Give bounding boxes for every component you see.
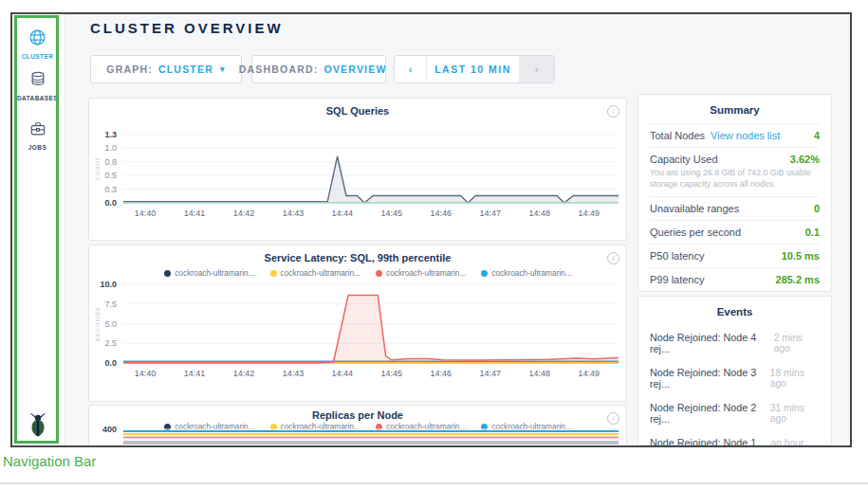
chevron-down-icon: ▾	[220, 64, 226, 74]
briefcase-icon	[28, 119, 47, 138]
cockroach-icon	[26, 411, 50, 438]
screenshot-stage: CLUSTER DATABASES JOB	[0, 0, 868, 490]
page-title: CLUSTER OVERVIEW	[90, 20, 284, 36]
time-range-widget: ‹ LAST 10 MIN ›	[394, 55, 555, 83]
page-divider	[0, 482, 868, 484]
events-panel: Events Node Rejoined: Node 4 rej... 2 mi…	[637, 296, 832, 445]
svg-text:7.5: 7.5	[104, 299, 117, 309]
chart-title: Service Latency: SQL, 99th percentile	[89, 252, 626, 263]
series-dot-icon	[376, 270, 382, 277]
svg-text:14:47: 14:47	[480, 369, 502, 378]
event-row[interactable]: Node Rejoined: Node 4 rej... 2 mins ago	[650, 325, 820, 360]
svg-text:14:45: 14:45	[381, 369, 403, 378]
summary-label: P99 latency	[650, 274, 704, 285]
event-time: 2 mins ago	[774, 333, 820, 354]
svg-text:14:48: 14:48	[529, 209, 551, 218]
svg-text:14:45: 14:45	[381, 209, 403, 218]
summary-label: P50 latency	[650, 250, 704, 262]
sidebar-item-databases[interactable]: DATABASES	[12, 69, 63, 101]
replicas-per-node-chart: 400	[91, 425, 622, 447]
chart-title: Replicas per Node	[89, 409, 626, 421]
svg-text:14:42: 14:42	[233, 209, 255, 218]
sidebar-item-label: JOBS	[12, 144, 63, 151]
time-range-value[interactable]: LAST 10 MIN	[427, 56, 519, 82]
navigation-sidebar: CLUSTER DATABASES JOB	[12, 14, 65, 445]
svg-text:14:44: 14:44	[332, 369, 354, 378]
svg-text:2.5: 2.5	[104, 338, 117, 348]
event-label: Node Rejoined: Node 2 rej...	[650, 402, 770, 425]
capacity-note: You are using 26.8 GiB of 742.0 GiB usab…	[650, 168, 820, 191]
event-row[interactable]: Node Rejoined: Node 2 rej... 31 mins ago	[650, 395, 820, 430]
svg-text:14:49: 14:49	[579, 209, 600, 218]
summary-value: 0.1	[805, 227, 820, 238]
view-nodes-list-link[interactable]: View nodes list	[711, 130, 780, 141]
legend-item: cockroach-ultramarin...	[270, 268, 360, 278]
event-time: 31 mins ago	[770, 403, 820, 424]
svg-text:14:41: 14:41	[184, 209, 206, 218]
time-next-button[interactable]: ›	[519, 56, 554, 82]
annotation-label: Navigation Bar	[3, 453, 96, 469]
summary-value: 285.2 ms	[776, 274, 820, 285]
summary-row-capacity: Capacity Used 3.62% You are using 26.8 G…	[650, 147, 820, 196]
summary-value: 4	[814, 130, 820, 141]
sidebar-item-label: DATABASES	[12, 95, 63, 101]
svg-text:0.0: 0.0	[104, 198, 117, 208]
dashboard-dropdown-label: DASHBOARD:	[239, 64, 319, 75]
event-time: 18 mins ago	[770, 368, 820, 389]
info-icon[interactable]: i	[607, 105, 619, 118]
summary-label: Queries per second	[650, 227, 741, 238]
series-dot-icon	[270, 270, 277, 277]
graph-dropdown-value: CLUSTER	[158, 64, 213, 75]
dashboard-dropdown[interactable]: DASHBOARD: OVERVIEW ▾	[251, 55, 386, 83]
svg-text:5.0: 5.0	[104, 319, 117, 329]
legend-item: cockroach-ultramarin...	[481, 268, 571, 278]
svg-text:count: count	[93, 157, 102, 181]
event-time: an hour ago	[771, 438, 820, 448]
summary-row-p50: P50 latency 10.5 ms	[650, 244, 820, 267]
svg-text:14:49: 14:49	[579, 369, 600, 378]
info-icon[interactable]: i	[607, 252, 619, 264]
database-icon	[28, 69, 47, 89]
summary-label: Capacity Used	[650, 154, 718, 165]
svg-text:400: 400	[102, 425, 117, 434]
sql-queries-card: SQL Queries i 0.00.30.50.81.01.314:4014:…	[88, 98, 627, 241]
svg-text:14:40: 14:40	[135, 369, 157, 378]
svg-text:seconds: seconds	[93, 307, 102, 342]
summary-row-unavailable-ranges: Unavailable ranges 0	[650, 196, 820, 220]
series-dot-icon	[481, 270, 488, 277]
sidebar-item-cluster[interactable]: CLUSTER	[12, 27, 63, 60]
legend-item: cockroach-ultramarin...	[376, 268, 466, 278]
sidebar-item-jobs[interactable]: JOBS	[12, 119, 63, 151]
summary-label: Unavailable ranges	[650, 203, 739, 214]
svg-text:0.5: 0.5	[104, 171, 117, 180]
replicas-per-node-card: Replicas per Node i cockroach-ultramarin…	[88, 405, 627, 447]
svg-text:14:41: 14:41	[184, 369, 206, 378]
summary-title: Summary	[638, 95, 831, 123]
summary-label: Total Nodes	[650, 130, 705, 141]
svg-text:1.3: 1.3	[104, 130, 117, 139]
event-label: Node Rejoined: Node 4 rej...	[650, 332, 774, 354]
graph-dropdown[interactable]: GRAPH: CLUSTER ▾	[90, 55, 242, 83]
svg-text:14:44: 14:44	[332, 209, 354, 218]
time-prev-button[interactable]: ‹	[395, 56, 427, 82]
service-latency-chart: 0.02.55.07.510.014:4014:4114:4214:4314:4…	[91, 278, 622, 384]
service-latency-card: Service Latency: SQL, 99th percentile i …	[88, 245, 627, 402]
event-row[interactable]: Node Rejoined: Node 1 rej... an hour ago	[650, 430, 820, 447]
summary-row-total-nodes: Total NodesView nodes list 4	[650, 123, 820, 147]
summary-row-qps: Queries per second 0.1	[650, 220, 820, 244]
svg-text:0.3: 0.3	[104, 185, 117, 194]
svg-text:14:47: 14:47	[480, 209, 502, 218]
svg-text:0.8: 0.8	[104, 157, 117, 167]
sql-queries-chart: 0.00.30.50.81.01.314:4014:4114:4214:4314…	[91, 121, 622, 222]
graph-dropdown-label: GRAPH:	[106, 64, 153, 75]
svg-text:14:43: 14:43	[283, 209, 305, 218]
app-frame: CLUSTER DATABASES JOB	[10, 12, 852, 447]
dashboard-dropdown-value: OVERVIEW	[324, 64, 387, 75]
event-row[interactable]: Node Rejoined: Node 3 rej... 18 mins ago	[650, 360, 820, 395]
cockroachdb-logo[interactable]	[12, 411, 63, 442]
summary-value: 0	[814, 203, 820, 214]
event-label: Node Rejoined: Node 1 rej...	[650, 437, 771, 448]
svg-text:10.0: 10.0	[100, 280, 117, 289]
summary-panel: Summary Total NodesView nodes list 4 Cap…	[637, 94, 832, 292]
series-dot-icon	[164, 270, 171, 277]
